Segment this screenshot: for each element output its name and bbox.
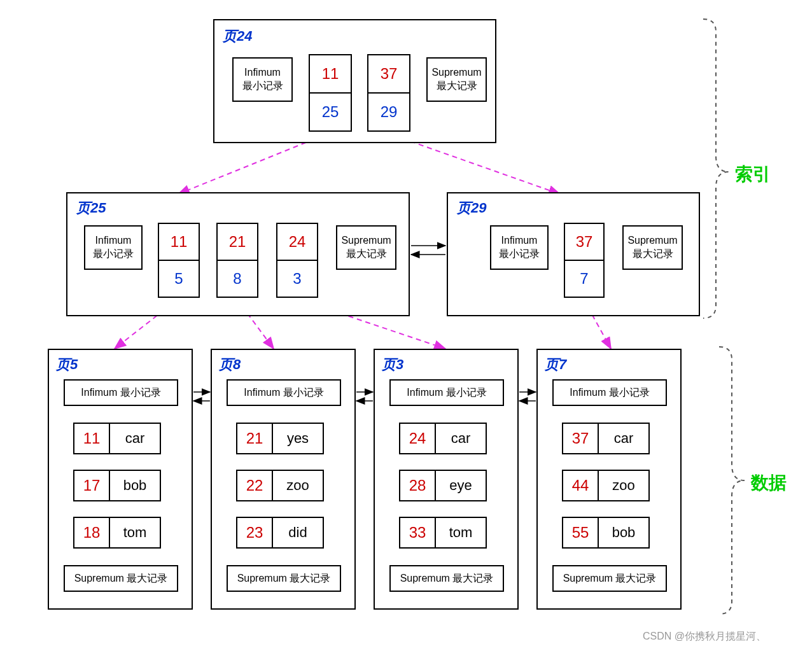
page-24-title: 页24: [223, 27, 252, 46]
page-24-ptr-1: 29: [367, 92, 410, 132]
l8-v0: yes: [272, 423, 324, 454]
l3-v2: tom: [435, 517, 487, 549]
l7-k2: 55: [562, 517, 599, 549]
l5-v1: bob: [109, 470, 161, 501]
l5-k2: 18: [73, 517, 110, 549]
l7-k1: 44: [562, 470, 599, 501]
infimum-full: Infimum 最小记录: [227, 379, 341, 406]
infimum-box: Infimum最小记录: [232, 57, 293, 102]
page-25-title: 页25: [76, 199, 106, 218]
p25-key-0: 11: [158, 223, 200, 261]
l3-v0: car: [435, 423, 487, 454]
p25-key-1: 21: [216, 223, 258, 261]
l5-k0: 11: [73, 423, 110, 454]
page-24-key-1: 37: [367, 54, 410, 94]
supremum-full: Supremum 最大记录: [64, 565, 178, 592]
p29-key-0: 37: [564, 223, 605, 261]
l3-k0: 24: [399, 423, 436, 454]
l8-v2: did: [272, 517, 324, 549]
l5-v0: car: [109, 423, 161, 454]
leaf-3-title: 页3: [382, 355, 403, 374]
supremum-full: Supremum 最大记录: [227, 565, 341, 592]
l7-v2: bob: [598, 517, 650, 549]
infimum-box: Infimum最小记录: [490, 225, 549, 270]
l5-k1: 17: [73, 470, 110, 501]
p25-key-2: 24: [276, 223, 318, 261]
watermark: CSDN @你携秋月揽星河、: [643, 630, 766, 643]
leaf-8-title: 页8: [219, 355, 241, 374]
page-24-ptr-0: 25: [309, 92, 352, 132]
l8-k2: 23: [236, 517, 273, 549]
p29-ptr-0: 7: [564, 260, 605, 298]
p25-ptr-2: 3: [276, 260, 318, 298]
l8-k1: 22: [236, 470, 273, 501]
supremum-box: Supremum最大记录: [622, 225, 683, 270]
l3-k1: 28: [399, 470, 436, 501]
infimum-full: Infimum 最小记录: [389, 379, 504, 406]
l7-v1: zoo: [598, 470, 650, 501]
page-24-key-0: 11: [309, 54, 352, 94]
p25-ptr-0: 5: [158, 260, 200, 298]
leaf-5-title: 页5: [56, 355, 78, 374]
supremum-box: Supremum最大记录: [336, 225, 396, 270]
diagram-canvas: 页24 Infimum最小记录 11 25 37 29 Supremum最大记录…: [0, 0, 812, 651]
l8-k0: 21: [236, 423, 273, 454]
l8-v1: zoo: [272, 470, 324, 501]
supremum-full: Supremum 最大记录: [552, 565, 667, 592]
l3-k2: 33: [399, 517, 436, 549]
l3-v1: eye: [435, 470, 487, 501]
data-label: 数据: [751, 471, 787, 495]
supremum-full: Supremum 最大记录: [389, 565, 504, 592]
infimum-full: Infimum 最小记录: [552, 379, 667, 406]
page-29-title: 页29: [457, 199, 486, 218]
p25-ptr-1: 8: [216, 260, 258, 298]
infimum-box: Infimum最小记录: [84, 225, 143, 270]
leaf-7-title: 页7: [545, 355, 566, 374]
l7-v0: car: [598, 423, 650, 454]
l7-k0: 37: [562, 423, 599, 454]
infimum-full: Infimum 最小记录: [64, 379, 178, 406]
index-label: 索引: [735, 162, 771, 186]
l5-v2: tom: [109, 517, 161, 549]
supremum-box: Supremum最大记录: [426, 57, 487, 102]
